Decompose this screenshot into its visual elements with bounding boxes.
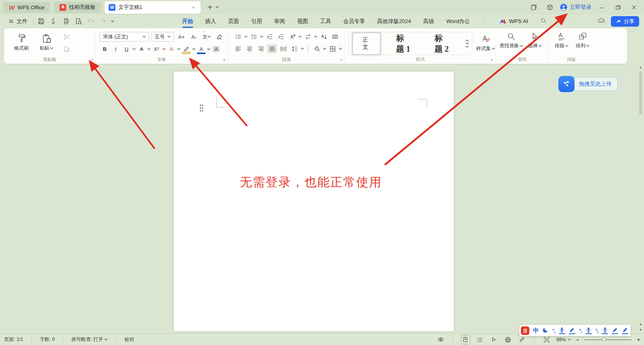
show-marks-button[interactable]	[330, 32, 340, 41]
tab-wps-home[interactable]: W WPS Office	[3, 2, 50, 13]
tab-reference[interactable]: 引用	[251, 15, 262, 28]
login-button[interactable]: 立即登录	[560, 4, 592, 11]
redo-button[interactable]: ↷	[99, 17, 108, 26]
workspace-cube-icon[interactable]	[544, 1, 556, 13]
justify-button[interactable]	[267, 44, 277, 53]
align-right-button[interactable]	[256, 44, 266, 53]
decrease-indent-button[interactable]	[264, 32, 275, 41]
ime-voice-button[interactable]	[585, 327, 592, 334]
clear-format-button[interactable]	[214, 32, 224, 42]
shrink-font-button[interactable]: A-	[189, 32, 199, 42]
tab-document[interactable]: W 文字文稿1 ×	[105, 1, 201, 14]
tab-typeset-2024[interactable]: 高效排版2024	[377, 15, 411, 28]
zoom-slider-thumb[interactable]	[602, 338, 606, 341]
close-window-button[interactable]	[628, 1, 640, 13]
select-button[interactable]: 选择	[525, 32, 545, 49]
fullscreen-button[interactable]	[542, 335, 551, 344]
proofread-button[interactable]: 校对	[124, 336, 134, 343]
tab-review[interactable]: 审阅	[274, 15, 285, 28]
tab-view[interactable]: 视图	[297, 15, 308, 28]
web-layout-button[interactable]	[503, 335, 512, 344]
align-center-button[interactable]	[244, 44, 254, 53]
ime-voice-button[interactable]	[602, 327, 608, 334]
paragraph-drag-handle[interactable]	[200, 105, 204, 113]
character-shading-button[interactable]: A	[211, 44, 221, 54]
text-direction-button[interactable]	[287, 32, 297, 41]
bullet-chevron-icon[interactable]	[244, 36, 248, 38]
style-set-button[interactable]: 样式集	[476, 35, 495, 52]
shading-button[interactable]	[312, 44, 322, 53]
scroll-bottom-icon[interactable]: ▼	[638, 327, 643, 332]
italic-button[interactable]: I	[111, 44, 121, 54]
paragraph-dialog-launcher[interactable]	[339, 58, 343, 61]
ime-voice-button[interactable]	[559, 327, 565, 334]
format-painter-button[interactable]: 格式刷	[11, 34, 31, 52]
tab-tools[interactable]: 工具	[320, 15, 331, 28]
document-text[interactable]: 无需登录，也能正常使用	[240, 174, 382, 191]
text-direction-chevron-icon[interactable]	[298, 36, 302, 38]
save-button[interactable]	[36, 17, 46, 26]
distribute-button[interactable]	[278, 44, 288, 53]
sort-button[interactable]	[319, 32, 329, 41]
tab-close-icon[interactable]: ×	[191, 4, 197, 11]
line-spacing-chevron-icon[interactable]	[301, 48, 304, 50]
shading-chevron-icon[interactable]	[323, 48, 326, 50]
font-name-select[interactable]: 宋体 (正文)	[100, 32, 149, 42]
ime-handwriting-button[interactable]	[622, 327, 628, 334]
font-size-select[interactable]: 五号	[151, 32, 174, 42]
superscript-chevron-icon[interactable]	[162, 48, 166, 50]
underline-chevron-icon[interactable]	[132, 48, 136, 50]
print-preview-button[interactable]	[73, 17, 83, 26]
swap-chevron-icon[interactable]	[314, 36, 317, 38]
document-page[interactable]: 无需登录，也能正常使用	[174, 72, 454, 331]
file-menu-button[interactable]: 文件	[5, 16, 31, 27]
font-color-button[interactable]: A	[196, 44, 206, 54]
zoom-slider[interactable]	[584, 339, 632, 340]
vertical-scrollbar[interactable]: ▲ ▲ ▼	[638, 65, 643, 332]
scrollbar-thumb[interactable]	[639, 71, 642, 115]
tab-template-store[interactable]: 找稻壳模板	[54, 2, 101, 13]
phonetic-guide-button[interactable]: 文	[201, 32, 212, 42]
tab-member[interactable]: 会员专享	[343, 15, 365, 28]
highlight-color-button[interactable]	[181, 44, 191, 54]
style-heading-1[interactable]: 标题 1	[388, 29, 419, 58]
tab-home[interactable]: 开始	[182, 15, 193, 28]
tab-advanced[interactable]: 高级	[423, 15, 434, 28]
zoom-level[interactable]: 89%	[556, 337, 571, 343]
text-effects-chevron-icon[interactable]	[177, 48, 180, 50]
strikethrough-button[interactable]: A	[136, 44, 147, 54]
scroll-down-icon[interactable]: ▲	[638, 322, 643, 326]
tab-insert[interactable]: 插入	[205, 15, 216, 28]
style-normal[interactable]: 正文	[352, 32, 381, 55]
gallery-down-icon[interactable]	[466, 42, 469, 45]
search-command-button[interactable]	[540, 17, 547, 25]
ime-punctuation-icon[interactable]: °,	[579, 328, 582, 334]
ime-handwriting-button[interactable]	[569, 327, 575, 334]
increase-indent-button[interactable]	[276, 32, 286, 41]
style-heading-2[interactable]: 标题 2	[426, 29, 457, 58]
tab-page[interactable]: 页面	[228, 15, 239, 28]
arrange-button[interactable]: 排列	[573, 32, 593, 49]
font-dialog-launcher[interactable]	[222, 58, 226, 61]
drag-upload-widget[interactable]: 拖拽至此上传	[558, 76, 618, 92]
zoom-out-button[interactable]: −	[576, 337, 579, 343]
ime-handwriting-button[interactable]	[612, 327, 618, 334]
gallery-up-icon[interactable]	[466, 39, 469, 42]
ime-punctuation-icon[interactable]: °,	[596, 328, 598, 334]
bullet-list-button[interactable]	[233, 32, 243, 41]
ink-button[interactable]	[518, 335, 527, 344]
cloud-sync-button[interactable]	[598, 17, 605, 26]
outline-view-button[interactable]	[475, 335, 484, 344]
ime-mode-chinese[interactable]: 中	[533, 327, 539, 334]
find-replace-button[interactable]: 查找替换	[499, 32, 523, 49]
wps-ai-button[interactable]: WPS AI	[499, 18, 528, 24]
share-button[interactable]: 分享	[611, 16, 639, 27]
borders-chevron-icon[interactable]	[339, 48, 342, 50]
font-color-chevron-icon[interactable]	[207, 48, 210, 50]
numbered-chevron-icon[interactable]	[260, 36, 263, 38]
numbered-list-button[interactable]	[249, 32, 259, 41]
new-tab-button[interactable]: +	[205, 3, 215, 12]
print-button[interactable]	[61, 17, 71, 26]
ime-punctuation-icon[interactable]: °,	[552, 328, 555, 334]
typeset-button[interactable]: 排版	[552, 32, 572, 49]
